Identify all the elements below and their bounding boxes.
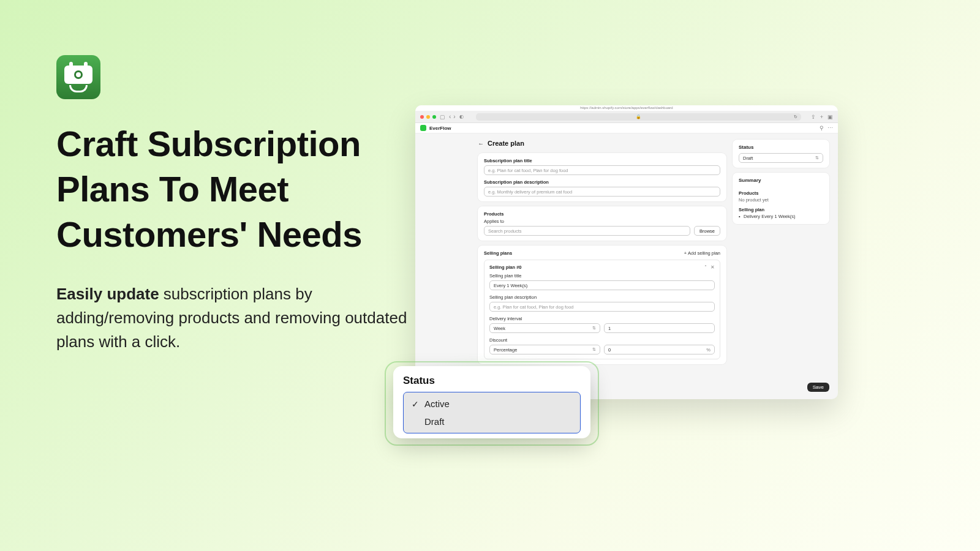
delivery-qty-input[interactable]: 1 (604, 323, 715, 333)
status-popover-callout: Status ✓ Active Draft (381, 358, 603, 449)
share-icon[interactable]: ⇪ (811, 114, 816, 120)
summary-products-heading: Products (739, 190, 823, 196)
browser-chrome: ▢ ‹ › ◐ 🔒 ↻ ⇪ + ▣ (415, 111, 838, 123)
product-search-input[interactable]: Search products (484, 226, 690, 236)
status-option-label: Draft (424, 416, 445, 427)
more-icon[interactable]: ⋯ (827, 125, 833, 131)
lock-icon: 🔒 (636, 114, 641, 119)
sidebar-toggle-icon[interactable]: ▢ (440, 114, 445, 120)
new-tab-icon[interactable]: + (820, 114, 823, 120)
nav-forward-icon[interactable]: › (453, 113, 455, 120)
browser-url: https://admin.shopify.com/store/apps/eve… (415, 105, 838, 111)
chevron-updown-icon: ⇅ (592, 326, 596, 331)
refresh-icon[interactable]: ↻ (794, 114, 797, 119)
chevron-updown-icon: ⇅ (592, 347, 596, 352)
status-option-active[interactable]: ✓ Active (404, 395, 580, 413)
summary-selling-item: Delivery Every 1 Week(s) (739, 214, 823, 219)
save-button[interactable]: Save (807, 383, 829, 392)
selling-plans-heading: Selling plans (484, 250, 512, 256)
summary-selling-heading: Selling plan (739, 207, 823, 212)
subscription-title-input[interactable]: e.g. Plan for cat food, Plan for dog foo… (484, 165, 720, 175)
delete-plan-icon[interactable]: ✕ (710, 264, 715, 270)
app-name: EverFlow (429, 126, 451, 131)
everflow-logo-icon (420, 125, 426, 131)
tabs-icon[interactable]: ▣ (827, 114, 833, 120)
subscription-desc-input[interactable]: e.g. Monthly delivery of premium cat foo… (484, 187, 720, 197)
discount-value-input[interactable]: 0% (604, 345, 715, 354)
selling-plan-name: Selling plan #0 (489, 264, 522, 270)
browser-window: https://admin.shopify.com/store/apps/eve… (415, 105, 838, 399)
collapse-icon[interactable]: ˄ (704, 264, 707, 270)
summary-products-empty: No product yet (739, 197, 823, 203)
discount-label: Discount (489, 337, 715, 343)
selling-plan-desc-label: Selling plan description (489, 294, 715, 300)
selling-plan-row: Selling plan #0 ˄ ✕ Selling plan title E… (484, 260, 720, 359)
chevron-updown-icon: ⇅ (815, 156, 819, 160)
marketing-headline: Craft Subscription Plans To Meet Custome… (56, 121, 412, 258)
address-bar[interactable]: 🔒 ↻ (476, 113, 801, 121)
marketing-subtext: Easily update subscription plans by addi… (56, 282, 412, 354)
selling-plan-title-label: Selling plan title (489, 273, 715, 279)
status-dropdown-list: ✓ Active Draft (403, 392, 581, 433)
status-popover: Status ✓ Active Draft (393, 366, 590, 438)
applies-to-label: Applies to (484, 219, 720, 224)
delivery-unit-select[interactable]: Week⇅ (489, 323, 600, 333)
status-option-draft[interactable]: Draft (404, 413, 580, 430)
selling-plans-card: Selling plans +Add selling plan Selling … (478, 246, 726, 364)
subscription-desc-label: Subscription plan description (484, 179, 720, 185)
status-select[interactable]: Draft⇅ (739, 153, 823, 163)
subscription-title-label: Subscription plan title (484, 158, 720, 163)
shield-icon[interactable]: ◐ (459, 114, 464, 119)
summary-heading: Summary (739, 178, 823, 183)
products-heading: Products (484, 211, 720, 217)
summary-card: Summary Products No product yet Selling … (733, 173, 829, 224)
status-option-label: Active (424, 399, 450, 409)
selling-plan-title-input[interactable]: Every 1 Week(s) (489, 280, 715, 290)
app-bar: EverFlow ⚲ ⋯ (415, 123, 838, 133)
delivery-interval-label: Delivery interval (489, 316, 715, 321)
page-title: Create plan (488, 140, 524, 147)
nav-back-icon[interactable]: ‹ (449, 113, 451, 120)
status-heading: Status (739, 144, 823, 150)
traffic-lights (420, 115, 436, 119)
discount-type-select[interactable]: Percentage⇅ (489, 345, 600, 354)
plus-icon: + (684, 250, 687, 256)
check-icon: ✓ (411, 399, 420, 409)
pin-icon[interactable]: ⚲ (820, 125, 824, 131)
selling-plan-desc-input[interactable]: e.g. Plan for cat food, Plan for dog foo… (489, 302, 715, 312)
plan-details-card: Subscription plan title e.g. Plan for ca… (478, 153, 726, 201)
add-selling-plan-button[interactable]: +Add selling plan (684, 250, 720, 256)
back-arrow-icon[interactable]: ← (478, 140, 484, 147)
products-card: Products Applies to Search products Brow… (478, 206, 726, 241)
status-card: Status Draft⇅ (733, 140, 829, 168)
app-logo (56, 55, 100, 99)
status-popover-title: Status (403, 375, 581, 387)
browse-button[interactable]: Browse (694, 226, 720, 236)
